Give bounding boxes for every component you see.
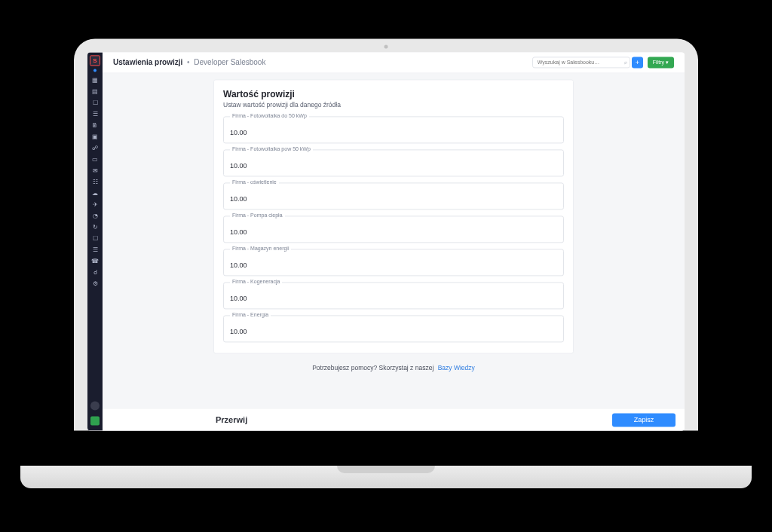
commission-input[interactable] — [230, 261, 557, 269]
content-area: Wartość prowizji Ustaw wartość prowizji … — [103, 73, 685, 408]
field-label: Firma - Pompa ciepła — [230, 212, 285, 218]
field-group: Firma - Pompa ciepła — [223, 216, 564, 243]
commission-card: Wartość prowizji Ustaw wartość prowizji … — [213, 79, 574, 353]
nav-layers-icon[interactable]: ☷ — [91, 178, 100, 186]
field-group: Firma - oświetlenie — [223, 182, 564, 209]
chevron-down-icon: ▾ — [666, 60, 669, 66]
commission-input[interactable] — [230, 162, 557, 170]
main: Ustawienia prowizji • Developer Salesboo… — [103, 52, 685, 430]
field-label: Firma - Fotowoltaika do 50 kWp — [230, 113, 309, 118]
nav-search-icon[interactable]: ☌ — [91, 268, 100, 277]
add-button[interactable]: + — [632, 57, 643, 68]
nav-calendar-icon[interactable]: ▣ — [91, 133, 100, 141]
filter-button[interactable]: Filtry ▾ — [648, 57, 674, 68]
filter-button-label: Filtry — [653, 60, 664, 65]
nav-chat-icon[interactable]: ☁ — [91, 189, 100, 197]
logo[interactable]: S — [90, 55, 100, 66]
screen: S ▦ ▤ ☐ ☰ 🗎 ▣ ☍ ▭ ✉ ☷ ☁ ✈ ◔ ↻ ☐ ☰ ☎ ☌ — [87, 52, 685, 430]
commission-input[interactable] — [230, 295, 557, 302]
card-title: Wartość prowizji — [223, 89, 564, 99]
nav-phone-icon[interactable]: ☎ — [91, 257, 100, 265]
nav-folder-icon[interactable]: ▭ — [91, 155, 100, 164]
field-label: Firma - oświetlenie — [230, 179, 279, 185]
card-subtitle: Ustaw wartość prowizji dla danego źródła — [223, 101, 564, 109]
field-label: Firma - Fotowoltaika pow 50 kWp — [230, 146, 313, 151]
field-group: Firma - Kogeneracja — [223, 282, 564, 309]
nav-dashboard-icon[interactable]: ▦ — [91, 76, 100, 84]
field-label: Firma - Energia — [230, 312, 271, 317]
app-root: S ▦ ▤ ☐ ☰ 🗎 ▣ ☍ ▭ ✉ ☷ ☁ ✈ ◔ ↻ ☐ ☰ ☎ ☌ — [87, 52, 685, 430]
nav-time-icon[interactable]: ◔ — [91, 212, 100, 220]
nav-contacts-icon[interactable]: ☰ — [91, 110, 100, 118]
commission-input[interactable] — [230, 195, 557, 203]
cancel-button[interactable]: Przerwij — [216, 415, 247, 424]
knowledge-base-link[interactable]: Bazy Wiedzy — [438, 364, 475, 371]
logo-letter: S — [93, 57, 96, 64]
camera-dot — [384, 44, 388, 48]
nav-settings-icon[interactable]: ⚙ — [91, 280, 100, 288]
help-text: Potrzebujesz pomocy? Skorzystaj z naszej… — [312, 364, 475, 371]
footer: Przerwij Zapisz — [103, 408, 685, 430]
commission-input[interactable] — [230, 129, 557, 136]
breadcrumb-separator: • — [187, 58, 190, 66]
nav-chart-icon[interactable]: ▤ — [91, 87, 100, 96]
save-button[interactable]: Zapisz — [612, 413, 676, 427]
field-group: Firma - Fotowoltaika do 50 kWp — [223, 116, 564, 143]
laptop-base — [20, 466, 752, 488]
field-label: Firma - Magazyn energii — [230, 246, 291, 251]
nav-briefcase-icon[interactable]: ☍ — [91, 144, 100, 152]
nav-refresh-icon[interactable]: ↻ — [91, 223, 100, 231]
nav-send-icon[interactable]: ✈ — [91, 200, 100, 209]
notification-dot — [93, 69, 96, 72]
breadcrumb-context: Developer Salesbook — [194, 58, 265, 66]
field-group: Firma - Magazyn energii — [223, 249, 564, 276]
nav-bookmark-icon[interactable]: ☐ — [91, 234, 100, 243]
commission-input[interactable] — [230, 328, 557, 335]
user-avatar[interactable] — [90, 401, 100, 410]
sidebar: S ▦ ▤ ☐ ☰ 🗎 ▣ ☍ ▭ ✉ ☷ ☁ ✈ ◔ ↻ ☐ ☰ ☎ ☌ — [87, 52, 103, 430]
field-label: Firma - Kogeneracja — [230, 279, 282, 284]
laptop-frame: S ▦ ▤ ☐ ☰ 🗎 ▣ ☍ ▭ ✉ ☷ ☁ ✈ ◔ ↻ ☐ ☰ ☎ ☌ — [74, 38, 698, 430]
breadcrumb: Ustawienia prowizji • Developer Salesboo… — [113, 58, 265, 66]
add-button-label: + — [636, 59, 639, 66]
topbar: Ustawienia prowizji • Developer Salesboo… — [103, 52, 685, 73]
help-text-label: Potrzebujesz pomocy? Skorzystaj z naszej — [312, 364, 433, 371]
app-badge[interactable] — [90, 416, 100, 425]
commission-input[interactable] — [230, 228, 557, 236]
nav-mail-icon[interactable]: ✉ — [91, 167, 100, 175]
page-title: Ustawienia prowizji — [113, 58, 182, 66]
nav-list-icon[interactable]: ☰ — [91, 246, 100, 254]
field-group: Firma - Energia — [223, 315, 564, 342]
nav-building-icon[interactable]: ☐ — [91, 99, 100, 107]
field-group: Firma - Fotowoltaika pow 50 kWp — [223, 149, 564, 176]
search-input[interactable] — [532, 57, 630, 68]
nav-doc-icon[interactable]: 🗎 — [91, 121, 100, 130]
